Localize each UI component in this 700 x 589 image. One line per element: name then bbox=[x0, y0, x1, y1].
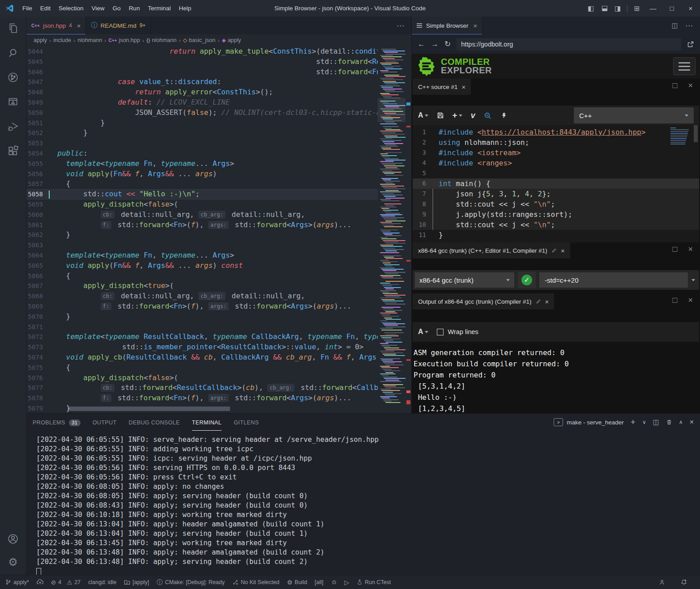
toggle-panel-icon[interactable]: ◧ bbox=[600, 2, 608, 15]
close-pane-icon[interactable]: × bbox=[561, 247, 565, 254]
menu-go[interactable]: Go bbox=[109, 3, 125, 14]
tab-simple-browser[interactable]: Simple Browser × bbox=[412, 17, 482, 34]
close-pane-icon[interactable]: × bbox=[688, 81, 693, 89]
menu-help[interactable]: Help bbox=[175, 3, 195, 14]
maximize-button[interactable]: □ bbox=[662, 0, 681, 17]
output-pane-tab[interactable]: Output of x86-64 gcc (trunk) (Compiler #… bbox=[413, 293, 554, 309]
editor-tab-json.hpp[interactable]: C++json.hpp4× bbox=[26, 17, 86, 34]
font-size-icon[interactable]: A bbox=[418, 111, 428, 119]
compiler-explorer-wordmark[interactable]: COMPILER EXPLORER bbox=[441, 58, 492, 75]
panel-tab-gitlens[interactable]: GITLENS bbox=[234, 414, 259, 431]
maximize-pane-icon[interactable]: □ bbox=[673, 245, 678, 253]
language-select[interactable]: C++ bbox=[574, 107, 694, 123]
toggle-secondary-sidebar-icon[interactable]: ◨ bbox=[611, 4, 624, 13]
wrap-lines-checkbox[interactable]: Wrap lines bbox=[437, 328, 478, 335]
hamburger-menu-icon[interactable] bbox=[673, 57, 696, 75]
close-pane-icon[interactable]: × bbox=[688, 296, 693, 304]
maximize-panel-icon[interactable]: ∧ bbox=[679, 419, 683, 425]
status-item-cloud-upload-icon[interactable] bbox=[37, 579, 43, 585]
compiler-output[interactable]: ASM generation compiler returned: 0Execu… bbox=[413, 342, 699, 413]
options-dropdown-icon[interactable] bbox=[691, 279, 695, 281]
status-item-cmake-debug-ready[interactable]: ⓘCMake: [Debug]: Ready bbox=[157, 578, 225, 586]
close-pane-icon[interactable]: × bbox=[545, 298, 549, 305]
toggle-sidebar-icon[interactable]: ◧ bbox=[584, 4, 598, 13]
panel-tab-debug-console[interactable]: DEBUG CONSOLE bbox=[129, 414, 180, 431]
split-terminal-icon[interactable]: ◫ bbox=[653, 418, 659, 426]
new-terminal-icon[interactable]: + bbox=[631, 417, 636, 427]
maximize-pane-icon[interactable]: □ bbox=[673, 81, 678, 89]
back-icon[interactable]: ← bbox=[418, 40, 425, 49]
status-item-play-icon[interactable]: ▷ bbox=[345, 579, 349, 586]
status-item--apply-[interactable]: [apply] bbox=[124, 579, 149, 585]
vim-mode-icon[interactable]: v bbox=[471, 111, 475, 120]
minimap[interactable] bbox=[378, 46, 405, 413]
panel-tab-problems[interactable]: PROBLEMS31 bbox=[33, 414, 81, 431]
activity-window-alert-icon[interactable] bbox=[7, 96, 19, 108]
activity-settings-gear-icon[interactable]: ⚙ bbox=[8, 556, 18, 568]
status-item-bell-icon[interactable] bbox=[681, 579, 687, 585]
menu-run[interactable]: Run bbox=[125, 3, 144, 14]
menu-terminal[interactable]: Terminal bbox=[144, 3, 175, 14]
close-tab-icon[interactable]: × bbox=[474, 22, 478, 30]
url-input[interactable]: https://godbolt.org bbox=[457, 38, 681, 51]
compiler-pane-tab[interactable]: x86-64 gcc (trunk) (C++, Editor #1, Comp… bbox=[413, 242, 570, 258]
breadcrumb-item-include[interactable]: include bbox=[53, 37, 71, 43]
split-editor-icon[interactable]: ◫ bbox=[672, 21, 678, 30]
close-pane-icon[interactable]: × bbox=[462, 83, 466, 91]
forward-icon[interactable]: → bbox=[431, 40, 439, 49]
editor-tab-README.md[interactable]: ⓘREADME.md9+ bbox=[86, 17, 151, 34]
godbolt-scrollbar[interactable] bbox=[694, 125, 698, 142]
close-panel-icon[interactable]: × bbox=[690, 418, 694, 426]
status-item--all-[interactable]: [all] bbox=[315, 579, 323, 585]
terminal-output[interactable]: [2022-04-30 06:05:55] INFO: serve_header… bbox=[26, 431, 700, 575]
more-actions-icon[interactable]: ⋯ bbox=[397, 21, 404, 30]
activity-extensions-icon[interactable] bbox=[7, 145, 19, 157]
rename-pane-icon[interactable] bbox=[551, 248, 557, 253]
activity-source-control-icon[interactable] bbox=[7, 71, 19, 84]
close-pane-icon[interactable]: × bbox=[688, 245, 693, 253]
status-item-bug-icon[interactable] bbox=[331, 579, 337, 585]
rename-pane-icon[interactable] bbox=[536, 299, 541, 304]
close-tab-icon[interactable]: × bbox=[77, 22, 81, 30]
status-item-clangd-idle[interactable]: clangd: idle bbox=[88, 579, 116, 585]
menu-edit[interactable]: Edit bbox=[36, 3, 55, 14]
search-zoom-icon[interactable] bbox=[484, 112, 491, 119]
activity-files-icon[interactable] bbox=[7, 22, 19, 34]
status-item-no-kit-selected[interactable]: No Kit Selected bbox=[232, 579, 279, 585]
more-actions-icon[interactable]: ⋯ bbox=[685, 21, 693, 30]
menu-file[interactable]: File bbox=[18, 3, 36, 14]
breadcrumb-item-apply[interactable]: ◈apply bbox=[222, 37, 241, 43]
status-item-apply-[interactable]: apply* bbox=[5, 579, 29, 585]
terminal-dropdown-icon[interactable]: ∨ bbox=[642, 419, 646, 425]
code-editor[interactable]: 5044 return apply_make_tuple<ConstThis>(… bbox=[26, 46, 411, 413]
menu-view[interactable]: View bbox=[88, 3, 109, 14]
save-icon[interactable] bbox=[437, 112, 444, 119]
godbolt-source-editor[interactable]: 1#include <https://localhost:8443/apply/… bbox=[413, 125, 699, 242]
add-editor-icon[interactable]: + bbox=[452, 110, 462, 120]
status-item-4[interactable]: ⊘4⚠27 bbox=[51, 579, 81, 586]
minimap-slider[interactable] bbox=[378, 98, 405, 122]
breadcrumb-item-basic_json[interactable]: ◇basic_json bbox=[183, 37, 215, 43]
activity-run-debug-icon[interactable] bbox=[7, 120, 19, 133]
kill-terminal-icon[interactable] bbox=[666, 419, 672, 425]
source-pane-tab[interactable]: C++ source #1 × bbox=[413, 79, 471, 95]
breadcrumb-item-nlohmann[interactable]: nlohmann bbox=[77, 37, 102, 43]
activity-account-icon[interactable] bbox=[7, 533, 19, 545]
status-item-feedback-icon[interactable] bbox=[659, 579, 665, 585]
compiler-select[interactable]: x86-64 gcc (trunk) bbox=[415, 272, 514, 288]
status-item-run-ctest[interactable]: Run CTest bbox=[357, 579, 391, 585]
breadcrumb-item-apply[interactable]: apply bbox=[34, 37, 47, 43]
close-button[interactable]: × bbox=[681, 0, 700, 17]
compiler-options-input[interactable]: -std=c++20 bbox=[539, 272, 688, 288]
quick-bench-icon[interactable] bbox=[500, 112, 507, 119]
maximize-pane-icon[interactable]: □ bbox=[673, 296, 678, 304]
menu-selection[interactable]: Selection bbox=[55, 3, 88, 14]
open-external-icon[interactable] bbox=[687, 41, 694, 48]
activity-search-icon[interactable] bbox=[7, 47, 19, 59]
breadcrumb-item-nlohmann[interactable]: {}nlohmann bbox=[146, 37, 176, 43]
panel-tab-terminal[interactable]: TERMINAL bbox=[192, 414, 222, 431]
minimize-button[interactable]: — bbox=[644, 0, 662, 17]
reload-icon[interactable]: ↻ bbox=[444, 39, 451, 49]
font-size-icon[interactable]: A bbox=[418, 328, 428, 336]
horizontal-scrollbar[interactable] bbox=[68, 407, 230, 411]
